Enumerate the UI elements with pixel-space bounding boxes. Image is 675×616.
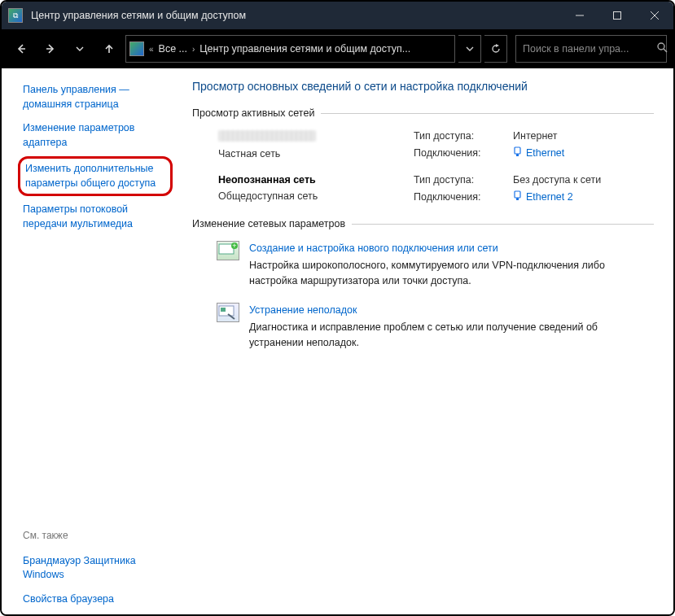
sidebar-link-adapter[interactable]: Изменение параметров адаптера <box>23 121 168 150</box>
sidebar-link-browser-props[interactable]: Свойства браузера <box>23 592 168 607</box>
sidebar-link-media-streaming[interactable]: Параметры потоковой передачи мультимедиа <box>23 203 168 231</box>
svg-rect-10 <box>516 154 519 156</box>
connections-label: Подключения: <box>414 147 503 159</box>
search-box[interactable] <box>515 35 667 63</box>
chevron-left-icon: « <box>149 45 154 54</box>
change-settings-header: Изменение сетевых параметров <box>192 218 654 229</box>
action-desc-new-connection: Настройка широкополосного, коммутируемог… <box>249 258 654 289</box>
connection-link-ethernet-2[interactable]: Ethernet 2 <box>513 190 601 203</box>
divider <box>321 113 654 114</box>
access-type-value: Интернет <box>513 130 564 142</box>
network-row: Неопознанная сеть Общедоступная сеть Тип… <box>192 174 654 203</box>
page-title: Просмотр основных сведений о сети и наст… <box>192 80 654 93</box>
troubleshoot-icon <box>217 303 239 322</box>
new-connection-icon: + <box>217 241 239 260</box>
action-link-troubleshoot[interactable]: Устранение неполадок <box>249 303 654 318</box>
ethernet-icon <box>513 190 522 203</box>
network-row: Частная сеть Тип доступа: Интернет Подкл… <box>192 130 654 159</box>
nav-forward-button[interactable] <box>37 36 64 62</box>
action-troubleshoot: Устранение неполадок Диагностика и испра… <box>217 303 654 350</box>
sidebar-link-home[interactable]: Панель управления — домашняя страница <box>23 83 168 111</box>
svg-rect-9 <box>515 147 520 154</box>
active-networks-header: Просмотр активных сетей <box>192 107 654 119</box>
svg-point-7 <box>658 43 664 50</box>
breadcrumb-seg-1[interactable]: Все ... <box>159 43 187 55</box>
access-type-label: Тип доступа: <box>414 174 503 186</box>
svg-line-8 <box>664 49 667 52</box>
access-type-label: Тип доступа: <box>414 130 503 142</box>
network-name: Неопознанная сеть <box>218 174 414 186</box>
close-button[interactable] <box>636 2 673 29</box>
navbar: « Все ... › Центр управления сетями и об… <box>2 29 673 68</box>
highlight-box: Изменить дополнительные параметры общего… <box>18 156 173 196</box>
network-name-blurred <box>218 130 316 142</box>
minimize-button[interactable] <box>561 2 598 29</box>
svg-rect-12 <box>516 198 519 200</box>
sidebar: Панель управления — домашняя страница Из… <box>2 68 176 614</box>
sidebar-link-firewall[interactable]: Брандмауэр Защитника Windows <box>23 554 168 583</box>
connections-label: Подключения: <box>414 191 503 203</box>
svg-rect-17 <box>221 308 226 312</box>
action-new-connection: + Создание и настройка нового подключени… <box>217 241 654 288</box>
titlebar: ⧉ Центр управления сетями и общим доступ… <box>2 2 673 29</box>
svg-rect-1 <box>614 12 621 20</box>
svg-rect-11 <box>515 191 520 198</box>
nav-history-dropdown[interactable] <box>67 36 93 62</box>
address-bar[interactable]: « Все ... › Центр управления сетями и об… <box>125 35 455 63</box>
action-desc-troubleshoot: Диагностика и исправление проблем с сеть… <box>249 320 654 351</box>
nav-back-button[interactable] <box>8 36 34 62</box>
active-networks-label: Просмотр активных сетей <box>192 107 314 119</box>
window-controls <box>561 2 673 29</box>
chevron-right-icon: › <box>192 45 195 54</box>
address-dropdown[interactable] <box>458 35 481 63</box>
divider <box>352 224 654 225</box>
network-type: Частная сеть <box>218 148 414 159</box>
address-icon <box>129 42 144 56</box>
refresh-button[interactable] <box>484 35 507 63</box>
network-type: Общедоступная сеть <box>218 190 414 202</box>
action-link-new-connection[interactable]: Создание и настройка нового подключения … <box>249 241 654 256</box>
change-settings-label: Изменение сетевых параметров <box>192 218 345 229</box>
content: Просмотр основных сведений о сети и наст… <box>176 68 673 614</box>
nav-up-button[interactable] <box>96 36 122 62</box>
search-input[interactable] <box>523 43 651 55</box>
breadcrumb-seg-2[interactable]: Центр управления сетями и общим доступ..… <box>199 43 410 55</box>
maximize-button[interactable] <box>598 2 636 29</box>
connection-link-ethernet[interactable]: Ethernet <box>513 146 564 159</box>
see-also-header: См. также <box>23 513 168 541</box>
access-type-value: Без доступа к сети <box>513 174 601 186</box>
connection-name: Ethernet <box>526 147 564 159</box>
sidebar-link-advanced-sharing[interactable]: Изменить дополнительные параметры общего… <box>25 162 165 190</box>
svg-text:+: + <box>232 242 236 250</box>
window-title: Центр управления сетями и общим доступом <box>31 10 246 21</box>
ethernet-icon <box>513 146 522 159</box>
search-icon[interactable] <box>657 42 668 55</box>
connection-name: Ethernet 2 <box>526 191 573 203</box>
app-icon: ⧉ <box>8 8 23 23</box>
